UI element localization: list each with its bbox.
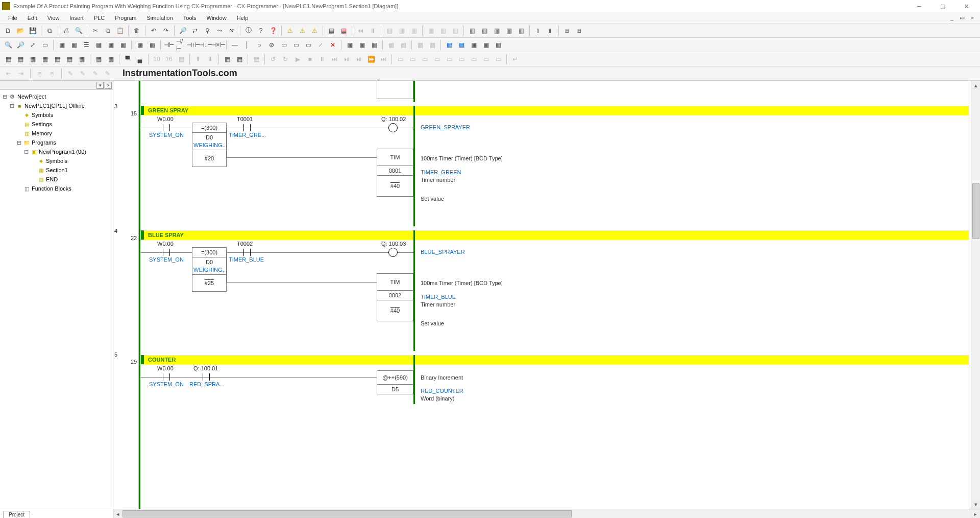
redo-icon[interactable]: ↷ [160,25,172,36]
tree-float-icon[interactable]: ▾ [96,82,104,89]
pause2-icon[interactable]: ⏸ [316,54,328,65]
r5-icon[interactable]: ▥ [516,25,527,36]
step-back-icon[interactable]: ⏮ [355,25,366,36]
p11-icon[interactable]: ▄ [134,54,145,65]
b10-icon[interactable]: ↵ [509,54,521,65]
menu-help[interactable]: Help [232,14,254,22]
contact-nc-icon[interactable]: ⊣/⊢ [176,39,187,51]
align2-icon[interactable]: ≡ [47,68,57,79]
fn-icon[interactable]: ▭ [278,39,289,51]
p4-icon[interactable]: ▦ [39,54,51,65]
rung5-inc[interactable]: @++(590) D5 [377,370,413,394]
t2-icon[interactable]: ▥ [396,25,407,36]
compare-icon[interactable]: ⧉ [44,25,55,36]
copy-icon[interactable]: ⧉ [102,25,113,36]
view5-icon[interactable]: ▦ [105,39,116,51]
pause-icon[interactable]: ⏸ [367,25,378,36]
t6-icon[interactable]: ▥ [450,25,461,36]
p1-icon[interactable]: ▦ [3,54,14,65]
p7-icon[interactable]: ▦ [76,54,87,65]
menu-plc[interactable]: PLC [89,14,110,22]
b3-icon[interactable]: ▭ [419,54,430,65]
st1-icon[interactable]: ⏯ [341,54,352,65]
coil-icon[interactable]: ○ [254,39,265,51]
help-icon[interactable]: ? [255,25,266,36]
zoom-fit-icon[interactable]: ⤢ [27,39,38,51]
t1-icon[interactable]: ▥ [384,25,395,36]
t3-icon[interactable]: ▥ [408,25,420,36]
horizontal-scrollbar[interactable]: ◂ ▸ [113,509,980,518]
project-tree[interactable]: ⊟NewProject ⊟NewPLC1[CP1L] Offline Symbo… [0,90,113,508]
end-icon[interactable]: ⏭ [378,54,389,65]
net3-icon[interactable]: ▦ [468,39,479,51]
menu-window[interactable]: Window [202,14,232,22]
graph1-icon[interactable]: ⫿ [532,25,544,36]
print-preview-icon[interactable]: 🔍 [73,25,84,36]
menu-tools[interactable]: Tools [178,14,202,22]
tree-fb[interactable]: Function Blocks [1,184,112,193]
close-button[interactable]: ✕ [954,1,978,12]
b2-icon[interactable]: ▭ [407,54,418,65]
warning2-icon[interactable]: ⚠ [297,25,308,36]
b7-icon[interactable]: ▭ [468,54,479,65]
print-icon[interactable]: 🖨 [61,25,72,36]
save-icon[interactable]: 💾 [27,25,38,36]
zoom-100-icon[interactable]: ▭ [39,39,51,51]
paste-icon[interactable]: 📋 [114,25,126,36]
view6-icon[interactable]: ▦ [117,39,129,51]
check1-icon[interactable]: ▤ [326,25,337,36]
view3-icon[interactable]: ☰ [81,39,92,51]
m2-icon[interactable]: ✎ [78,68,88,79]
scroll-up-icon[interactable]: ▴ [971,81,980,90]
p5-icon[interactable]: ▦ [52,54,63,65]
open-icon[interactable]: 📂 [15,25,26,36]
rung4-cmp[interactable]: =(300) D0 WEIGHING... #25 [192,247,227,292]
p19-icon[interactable]: ▦ [251,54,262,65]
p16-icon[interactable]: ⬇ [205,54,216,65]
check2-icon[interactable]: ▤ [338,25,349,36]
contact-no-icon[interactable]: ⊣⊢ [163,39,175,51]
menu-edit[interactable]: Edit [22,14,42,22]
p18-icon[interactable]: ▦ [234,54,245,65]
p20-icon[interactable]: ↺ [267,54,279,65]
x2-icon[interactable]: ⧈ [574,25,585,36]
sim5-icon[interactable]: ▦ [398,39,409,51]
scroll-thumb[interactable] [972,183,979,239]
b1-icon[interactable]: ▭ [395,54,406,65]
p14-icon[interactable]: ▦ [176,54,187,65]
tree-symbols[interactable]: Symbols [1,110,112,120]
t5-icon[interactable]: ▥ [437,25,449,36]
net2-icon[interactable]: ▦ [456,39,467,51]
st2-icon[interactable]: ⏯ [353,54,364,65]
ff-icon[interactable]: ⏩ [365,54,377,65]
indent-left-icon[interactable]: ⇤ [4,68,13,79]
maximize-button[interactable]: ▢ [931,1,954,12]
line-icon[interactable]: ⟋ [315,39,326,51]
mdi-close-icon[interactable]: × [968,14,977,22]
sim4-icon[interactable]: ▦ [385,39,397,51]
m3-icon[interactable]: ✎ [90,68,100,79]
net4-icon[interactable]: ▦ [480,39,492,51]
stop-icon[interactable]: ■ [304,54,315,65]
minimize-button[interactable]: ─ [908,1,931,12]
delete-icon[interactable]: 🗑 [131,25,142,36]
ladder-scroll[interactable]: 3 15 4 22 5 29 GREEN SPRAY W0.00 SYSTE [113,81,980,509]
p3-icon[interactable]: ▦ [27,54,38,65]
tree-tab-project[interactable]: Project [3,511,30,518]
b4-icon[interactable]: ▭ [431,54,443,65]
hline-icon[interactable]: ― [229,39,240,51]
rung5-contact2[interactable] [200,373,213,381]
r4-icon[interactable]: ▥ [503,25,514,36]
mdi-restore-icon[interactable]: ▭ [958,14,967,22]
tree-memory[interactable]: Memory [1,129,112,138]
zoom-out-icon[interactable]: 🔎 [15,39,26,51]
mdi-minimize-icon[interactable]: _ [947,14,957,22]
menu-simulation[interactable]: Simulation [141,14,178,22]
p12-icon[interactable]: 10 [151,54,162,65]
scroll-right-icon[interactable]: ▸ [971,509,980,518]
menu-insert[interactable]: Insert [64,14,89,22]
step-icon[interactable]: ⏭ [329,54,340,65]
undo-icon[interactable]: ↶ [148,25,159,36]
p13-icon[interactable]: 16 [163,54,175,65]
p2-icon[interactable]: ▦ [15,54,26,65]
